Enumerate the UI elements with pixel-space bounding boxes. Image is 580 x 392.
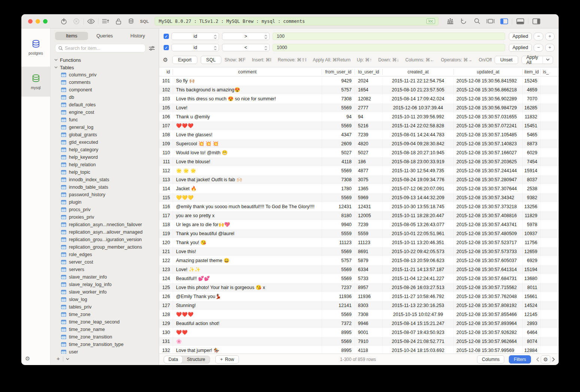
- export-button[interactable]: Export: [172, 56, 197, 64]
- log-list-icon[interactable]: [99, 17, 112, 26]
- connection-title-field[interactable]: MySQL 8.0.27 : TLSv1.2 : MySQL Brew : my…: [155, 17, 438, 25]
- sidebar-table-item[interactable]: innodb_index_stats: [54, 176, 159, 183]
- focus-frame-icon[interactable]: [484, 17, 497, 26]
- toggle-right-panel-icon[interactable]: [530, 17, 543, 26]
- search-field[interactable]: [55, 44, 146, 52]
- add-item-menu-button[interactable]: [63, 357, 72, 360]
- table-row[interactable]: 116 @emily thank you soooo much beautifu…: [159, 202, 559, 211]
- sidebar-table-item[interactable]: replication_asyn...nnection_failover: [54, 221, 159, 228]
- remove-filter-button[interactable]: −: [534, 44, 543, 52]
- sql-mode-button[interactable]: SQL: [137, 19, 152, 24]
- filter-value-input[interactable]: 1000: [273, 44, 505, 51]
- column-header-created-at[interactable]: created_at: [383, 69, 454, 75]
- filter-applied-button[interactable]: Applied: [509, 44, 532, 52]
- sidebar-table-item[interactable]: global_grants: [54, 131, 159, 139]
- sidebar-table-item[interactable]: user: [54, 348, 159, 354]
- add-filter-button[interactable]: +: [545, 44, 555, 52]
- filter-operator-select[interactable]: >: [222, 33, 270, 40]
- connection-postgres[interactable]: postgres: [21, 32, 50, 62]
- sidebar-table-item[interactable]: plugin: [54, 198, 159, 206]
- sidebar-table-item[interactable]: procs_priv: [54, 206, 159, 213]
- chevron-down-icon[interactable]: [543, 58, 553, 61]
- sidebar-table-item[interactable]: default_roles: [54, 101, 159, 109]
- table-row[interactable]: 107 ❤️❤️❤️ 5569 5216 2015-11-24 22:02:58…: [159, 121, 559, 130]
- column-header-from-user-id[interactable]: from_user_id: [322, 69, 355, 75]
- database-icon[interactable]: [125, 17, 137, 26]
- table-row[interactable]: 109 Supercool 💥 💥 💥 2609 4820 2015-09-04…: [159, 139, 559, 148]
- table-row[interactable]: 110 Would love to! @mith 😬 5027 5027 201…: [159, 148, 559, 157]
- sidebar-table-item[interactable]: component: [54, 86, 159, 94]
- sidebar-table-item[interactable]: servers: [54, 266, 159, 273]
- table-row[interactable]: 108 Love the glasses! 4347 7239 2015-08-…: [159, 130, 559, 139]
- connect-icon[interactable]: [57, 17, 70, 26]
- column-header-is[interactable]: is_: [541, 69, 559, 75]
- sidebar-table-item[interactable]: gtid_executed: [54, 139, 159, 146]
- table-row[interactable]: 123 Love! ✨✨ 5569 6334 2015-11-21 14:13:…: [159, 265, 559, 274]
- sidebar-table-item[interactable]: replication_group_member_actions: [54, 243, 159, 251]
- sidebar-table-item[interactable]: help_category: [54, 146, 159, 154]
- sidebar-table-item[interactable]: role_edges: [54, 251, 159, 258]
- add-item-button[interactable]: +: [56, 355, 63, 362]
- table-row[interactable]: 111 Love the blouse! 4118 186 2015-08-18…: [159, 157, 559, 166]
- table-row[interactable]: 113 Love that jacket! Outfit is fab 🙌🏻 7…: [159, 175, 559, 184]
- sidebar-table-item[interactable]: help_topic: [54, 168, 159, 176]
- filter-sliders-icon[interactable]: [149, 46, 155, 51]
- data-tab[interactable]: Data: [164, 356, 182, 363]
- sidebar-table-item[interactable]: proxies_priv: [54, 213, 159, 221]
- table-row[interactable]: 131 🌸 5569 7910 2015-08-24 21:08:52.771 …: [159, 337, 559, 346]
- table-row[interactable]: 128 ❤️❤️❤️ 5569 7308 2015-10-15 10:02:47…: [159, 310, 559, 319]
- column-header-to-user-id[interactable]: to_user_id: [355, 69, 383, 75]
- lock-icon[interactable]: [112, 17, 125, 26]
- sidebar-table-item[interactable]: replication_grou...iguration_version: [54, 236, 159, 243]
- sidebar-table-item[interactable]: columns_priv: [54, 71, 159, 79]
- sidebar-table-item[interactable]: time_zone_leap_second: [54, 318, 159, 326]
- preview-eye-icon[interactable]: [85, 17, 97, 26]
- table-row[interactable]: 132 Love that jumper! 🏇 8995 4118 2015-1…: [159, 346, 559, 353]
- close-window-button[interactable]: [28, 19, 33, 24]
- tab-items[interactable]: Items: [55, 32, 88, 40]
- sidebar-table-item[interactable]: slave_worker_info: [54, 288, 159, 296]
- toggle-left-panel-icon[interactable]: [498, 17, 510, 26]
- add-row-button[interactable]: + Row: [215, 355, 239, 364]
- sidebar-table-item[interactable]: time_zone_transition_type: [54, 341, 159, 348]
- filter-settings-gear-icon[interactable]: ⚙: [163, 57, 168, 63]
- filter-enabled-checkbox[interactable]: ✓: [164, 34, 169, 39]
- disconnect-icon[interactable]: [70, 17, 83, 26]
- sidebar-table-item[interactable]: comments: [54, 79, 159, 86]
- add-filter-button[interactable]: +: [545, 33, 555, 40]
- table-row[interactable]: 117 you are so pretty x 8180 12005 2015-…: [159, 211, 559, 220]
- filter-applied-button[interactable]: Applied: [509, 33, 532, 40]
- sidebar-table-item[interactable]: db: [54, 94, 159, 101]
- sidebar-table-item[interactable]: password_history: [54, 191, 159, 198]
- structure-tab[interactable]: Structure: [182, 356, 210, 363]
- columns-button[interactable]: Columns: [477, 355, 504, 364]
- table-row[interactable]: 102 This background is amazing😍 5757 165…: [159, 85, 559, 94]
- sidebar-table-item[interactable]: replication_asyn...ailover_managed: [54, 228, 159, 236]
- sidebar-table-item[interactable]: engine_cost: [54, 109, 159, 116]
- sidebar-table-item[interactable]: slave_relay_log_info: [54, 281, 159, 288]
- minimize-window-button[interactable]: [36, 19, 40, 24]
- connection-mysql[interactable]: mysql: [21, 67, 50, 97]
- table-settings-gear-icon[interactable]: ⚙: [541, 355, 550, 364]
- filter-column-select[interactable]: id: [171, 44, 219, 51]
- table-row[interactable]: 129 Beautiful action shot! 7372 9946 201…: [159, 319, 559, 328]
- table-row[interactable]: 124 Beautiful!! 💕💕 5569 5733 2015-11-04 …: [159, 274, 559, 283]
- table-row[interactable]: 126 @Emily Thank you💃🏾 11936 11936 2015-…: [159, 292, 559, 301]
- sidebar-table-item[interactable]: func: [54, 116, 159, 124]
- filter-column-select[interactable]: id: [171, 33, 219, 40]
- chevron-left-icon[interactable]: [536, 357, 539, 362]
- table-row[interactable]: 118 Ur legs are to die for🙌💖 9940 7239 2…: [159, 220, 559, 229]
- table-row[interactable]: 130 ❤️❤️ 8995 9001 2015-08-07 19:43:50.9…: [159, 328, 559, 337]
- table-row[interactable]: 119 Thank you beautiful @laurel 5559 555…: [159, 229, 559, 238]
- sidebar-table-item[interactable]: time_zone_name: [54, 326, 159, 333]
- settings-gear-icon[interactable]: ⚙: [25, 355, 30, 362]
- sidebar-table-item[interactable]: help_keyword: [54, 154, 159, 161]
- sidebar-table-item[interactable]: server_cost: [54, 258, 159, 266]
- tab-history[interactable]: History: [121, 32, 154, 40]
- table-row[interactable]: 106 Thank u @emily 94 94 2015-10-11 20:3…: [159, 112, 559, 121]
- apply-all-button[interactable]: Apply All: [522, 56, 553, 64]
- table-row[interactable]: 125 Love this photo! Your hair is gorgeo…: [159, 283, 559, 292]
- sidebar-table-item[interactable]: tables_priv: [54, 303, 159, 311]
- sidebar-table-item[interactable]: help_relation: [54, 161, 159, 168]
- table-row[interactable]: 105 Love! 5569 2777 2015-12-06 10:37:39.…: [159, 103, 559, 112]
